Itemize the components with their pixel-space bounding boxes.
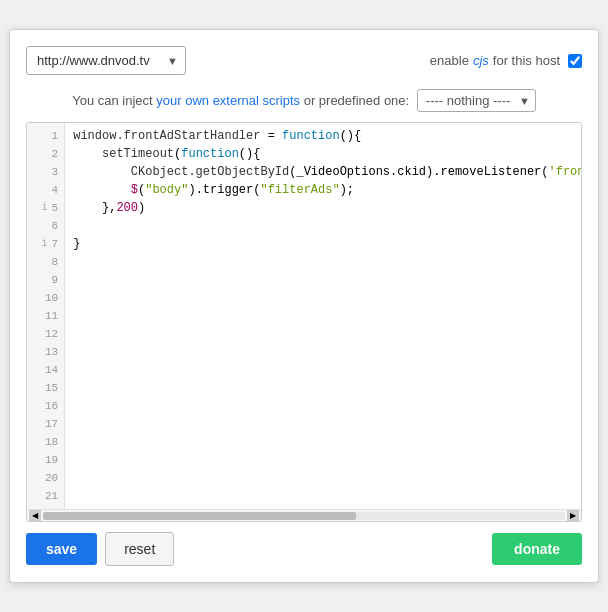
for-host-label: for this host [493, 53, 560, 68]
line-num-10: 10 [33, 289, 58, 307]
line-num-6: 6 [33, 217, 58, 235]
host-select-wrapper[interactable]: http://www.dnvod.tv ▼ [26, 46, 186, 75]
code-line-14 [73, 361, 573, 379]
code-line-6 [73, 217, 573, 235]
donate-button[interactable]: donate [492, 533, 582, 565]
code-line-11 [73, 307, 573, 325]
line-num-1: 1 [33, 127, 58, 145]
enable-label: enable [430, 53, 469, 68]
code-line-5: },200) [73, 199, 573, 217]
left-buttons: save reset [26, 532, 174, 566]
line-num-4: 4 [33, 181, 58, 199]
host-select[interactable]: http://www.dnvod.tv [26, 46, 186, 75]
line-num-19: 19 [33, 451, 58, 469]
line-num-13: 13 [33, 343, 58, 361]
line-num-2: 2 [33, 145, 58, 163]
inject-prefix: You can inject [72, 93, 156, 108]
code-line-13 [73, 343, 573, 361]
bottom-bar: save reset donate [26, 532, 582, 566]
code-editor[interactable]: 1 2 3 4 i5 6 i7 8 9 10 11 12 13 14 15 16… [26, 122, 582, 522]
scroll-left-button[interactable]: ◀ [29, 510, 41, 522]
line-num-18: 18 [33, 433, 58, 451]
external-scripts-link[interactable]: your own external scripts [156, 93, 300, 108]
code-line-12 [73, 325, 573, 343]
code-line-3: CKobject.getObjectById(_VideoOptions.cki… [73, 163, 573, 181]
code-line-4: $("body").trigger("filterAds"); [73, 181, 573, 199]
scroll-thumb[interactable] [43, 512, 356, 520]
code-line-2: setTimeout(function(){ [73, 145, 573, 163]
reset-button[interactable]: reset [105, 532, 174, 566]
line-num-21: 21 [33, 487, 58, 505]
scroll-right-button[interactable]: ▶ [567, 510, 579, 522]
code-line-1: window.frontAdStartHandler = function(){ [73, 127, 573, 145]
code-content[interactable]: window.frontAdStartHandler = function(){… [65, 123, 581, 509]
line-num-20: 20 [33, 469, 58, 487]
line-num-16: 16 [33, 397, 58, 415]
predefined-wrapper[interactable]: ---- nothing ---- ▼ [417, 89, 536, 112]
line-num-11: 11 [33, 307, 58, 325]
code-line-8 [73, 253, 573, 271]
line-num-12: 12 [33, 325, 58, 343]
enable-cjs-area: enable cjs for this host [430, 53, 582, 68]
code-line-10 [73, 289, 573, 307]
line-num-5: i5 [33, 199, 58, 217]
enable-cjs-checkbox[interactable] [568, 54, 582, 68]
predefined-select[interactable]: ---- nothing ---- [417, 89, 536, 112]
line-num-8: 8 [33, 253, 58, 271]
line-num-7: i7 [33, 235, 58, 253]
main-panel: http://www.dnvod.tv ▼ enable cjs for thi… [9, 29, 599, 583]
marker-5: i [40, 199, 48, 217]
line-num-9: 9 [33, 271, 58, 289]
line-numbers: 1 2 3 4 i5 6 i7 8 9 10 11 12 13 14 15 16… [27, 123, 65, 509]
line-num-14: 14 [33, 361, 58, 379]
inject-suffix: or predefined one: [300, 93, 409, 108]
line-num-3: 3 [33, 163, 58, 181]
code-line-9 [73, 271, 573, 289]
code-line-7: } [73, 235, 573, 253]
inject-bar: You can inject your own external scripts… [26, 89, 582, 112]
scroll-track[interactable] [43, 512, 565, 520]
cjs-link[interactable]: cjs [473, 53, 489, 68]
line-num-15: 15 [33, 379, 58, 397]
marker-7: i [40, 235, 48, 253]
code-inner: 1 2 3 4 i5 6 i7 8 9 10 11 12 13 14 15 16… [27, 123, 581, 509]
top-bar: http://www.dnvod.tv ▼ enable cjs for thi… [26, 46, 582, 75]
line-num-17: 17 [33, 415, 58, 433]
horizontal-scrollbar[interactable]: ◀ ▶ [27, 509, 581, 521]
save-button[interactable]: save [26, 533, 97, 565]
